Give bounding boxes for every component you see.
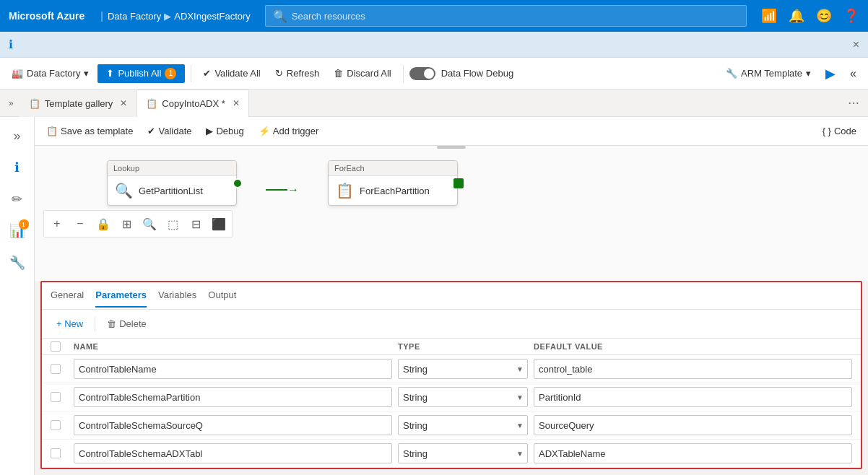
row-2-name-input[interactable] — [74, 415, 392, 435]
row-0-name-input[interactable] — [74, 359, 392, 379]
breadcrumb-data-factory[interactable]: Data Factory — [108, 11, 161, 22]
data-factory-button[interactable]: 🏭 Data Factory ▾ — [6, 64, 95, 82]
new-parameter-button[interactable]: + New — [51, 315, 89, 332]
arm-icon: 🔧 — [726, 68, 737, 79]
tab-copy-into-adx[interactable]: 📋 CopyIntoADX * ✕ — [136, 90, 248, 117]
secondary-toolbar: 🏭 Data Factory ▾ ⬆ Publish All 1 ✔ Valid… — [0, 58, 868, 90]
data-flow-debug-toggle[interactable]: Data Flow Debug — [409, 67, 513, 80]
row-0-check — [51, 364, 68, 374]
smiley-icon[interactable]: 😊 — [816, 8, 832, 24]
wifi-icon[interactable]: 📶 — [761, 8, 777, 24]
row-2-type-select[interactable]: String — [398, 415, 528, 435]
arrow-head: → — [287, 183, 299, 196]
row-3-check — [51, 448, 68, 458]
help-icon[interactable]: ❓ — [843, 8, 859, 24]
breadcrumb-factory-name[interactable]: ADXIngestFactory — [174, 11, 251, 22]
select-all-checkbox[interactable] — [51, 341, 61, 352]
monitor-badge: 1 — [20, 219, 29, 228]
debug-play-icon: ▶ — [206, 126, 213, 136]
tab-template-gallery-close[interactable]: ✕ — [120, 98, 127, 108]
pipeline-arrow: → — [266, 183, 299, 196]
discard-icon: 🗑 — [334, 68, 343, 79]
row-3-type-select[interactable]: String — [398, 443, 528, 463]
publish-all-button[interactable]: ⬆ Publish All 1 — [97, 64, 185, 83]
row-1-type-wrap: String ▼ — [398, 387, 528, 407]
trigger-icon: ⚡ — [259, 126, 270, 136]
lock-tool-button[interactable]: 🔒 — [93, 214, 113, 234]
debug-button[interactable]: ▶ Debug — [200, 123, 249, 139]
discard-all-button[interactable]: 🗑 Discard All — [328, 64, 396, 82]
panel-tab-variables[interactable]: Variables — [158, 284, 196, 308]
canvas[interactable]: Lookup 🔍 GetPartitionList → ForE — [35, 146, 868, 281]
sidebar-deploy-icon[interactable]: 🔧 — [4, 250, 30, 276]
row-0-type-select[interactable]: String — [398, 359, 528, 379]
validate-button[interactable]: ✔ Validate — [142, 123, 197, 139]
sidebar-edit-icon[interactable]: ✏ — [4, 186, 30, 212]
row-1-default-input[interactable] — [534, 387, 852, 407]
publish-icon: ⬆ — [106, 68, 114, 79]
select-tool-button[interactable]: ⬚ — [162, 214, 183, 234]
sidebar-monitor-icon[interactable]: 📊 1 — [4, 218, 30, 244]
delete-parameter-button[interactable]: 🗑 Delete — [101, 315, 152, 332]
tab-chevron-expand[interactable]: » — [3, 95, 19, 111]
bell-icon[interactable]: 🔔 — [789, 8, 804, 24]
foreach-node[interactable]: ForEach 📋 ForEachPartition — [328, 160, 458, 206]
validate-label: Validate — [158, 126, 191, 136]
add-tool-button[interactable]: + — [47, 214, 67, 234]
collapse-button[interactable]: « — [844, 64, 862, 83]
infobar-close-button[interactable]: × — [853, 38, 859, 51]
canvas-wrapper: 📋 Save as template ✔ Validate ▶ Debug ⚡ … — [35, 117, 868, 475]
panel-tab-parameters[interactable]: Parameters — [95, 284, 147, 308]
row-1-name-input[interactable] — [74, 387, 392, 407]
tab-copy-close[interactable]: ✕ — [233, 98, 240, 108]
validate-all-button[interactable]: ✔ Validate All — [197, 64, 266, 82]
search-bar[interactable]: 🔍 — [265, 5, 747, 27]
play-button[interactable]: ▶ — [820, 63, 841, 84]
col-default-header: DEFAULT VALUE — [534, 342, 852, 351]
sub-toolbar: 📋 Save as template ✔ Validate ▶ Debug ⚡ … — [35, 117, 868, 146]
grid-tool-button[interactable]: ⊟ — [186, 214, 206, 234]
search-tool-button[interactable]: 🔍 — [139, 214, 160, 234]
layout-tool-button[interactable]: ⬛ — [209, 214, 229, 234]
row-3-default-input[interactable] — [534, 443, 852, 463]
tab-more-button[interactable]: ⋯ — [842, 93, 865, 113]
row-1-type-select[interactable]: String — [398, 387, 528, 407]
arm-template-button[interactable]: 🔧 ARM Template ▾ — [720, 64, 817, 82]
lookup-node[interactable]: Lookup 🔍 GetPartitionList — [107, 160, 237, 206]
row-2-default-input[interactable] — [534, 415, 852, 435]
refresh-button[interactable]: ↻ Refresh — [269, 64, 326, 82]
tab-copy-icon: 📋 — [146, 98, 157, 109]
topbar-separator: | — [100, 10, 103, 22]
foreach-node-wrapper: ForEach 📋 ForEachPartition — [328, 160, 458, 206]
col-type-header: TYPE — [398, 342, 528, 351]
panel-tab-output[interactable]: Output — [208, 284, 236, 308]
validate-check-icon: ✔ — [147, 126, 155, 136]
row-3-checkbox[interactable] — [51, 448, 61, 458]
row-0-checkbox[interactable] — [51, 364, 61, 374]
save-as-template-button[interactable]: 📋 Save as template — [40, 123, 139, 139]
add-trigger-button[interactable]: ⚡ Add trigger — [253, 123, 325, 139]
info-icon: ℹ — [9, 38, 13, 51]
discard-all-label: Discard All — [347, 68, 391, 79]
pipeline-area: Lookup 🔍 GetPartitionList → ForE — [107, 160, 458, 206]
resize-handle[interactable] — [437, 146, 466, 149]
row-2-checkbox[interactable] — [51, 420, 61, 430]
search-input[interactable] — [292, 11, 739, 22]
arm-chevron-icon: ▾ — [806, 68, 811, 79]
row-3-name-input[interactable] — [74, 443, 392, 463]
actions-separator — [95, 317, 95, 331]
separator-1 — [191, 65, 191, 82]
sidebar-info-icon[interactable]: ℹ — [4, 154, 30, 180]
row-1-checkbox[interactable] — [51, 392, 61, 402]
data-flow-debug-label: Data Flow Debug — [441, 68, 513, 79]
sidebar-expand-icon[interactable]: » — [4, 123, 30, 149]
fit-tool-button[interactable]: ⊞ — [116, 214, 136, 234]
tab-template-gallery[interactable]: 📋 Template gallery ✕ — [19, 90, 137, 117]
remove-tool-button[interactable]: − — [70, 214, 90, 234]
table-header: NAME TYPE DEFAULT VALUE — [42, 339, 861, 355]
code-button[interactable]: { } Code — [817, 123, 862, 139]
panel-tab-general[interactable]: General — [51, 284, 84, 308]
debug-label: Debug — [216, 126, 243, 136]
row-0-default-input[interactable] — [534, 359, 852, 379]
toggle-switch[interactable] — [409, 67, 435, 80]
